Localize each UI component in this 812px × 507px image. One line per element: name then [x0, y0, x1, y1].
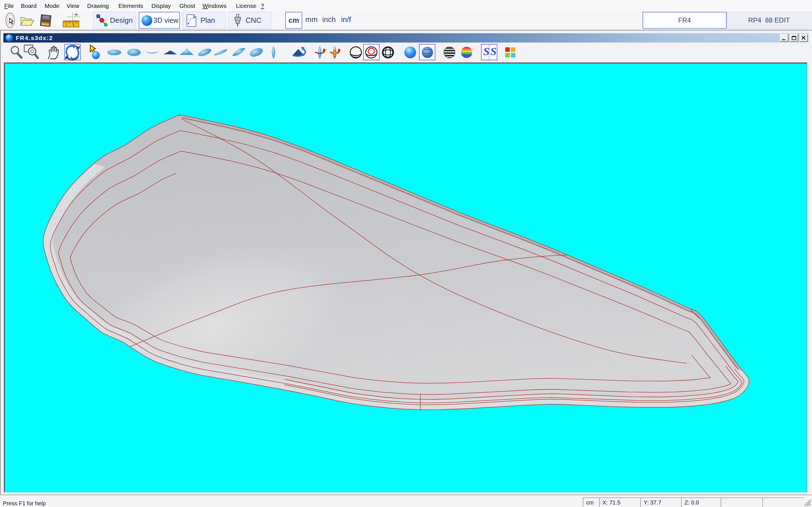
svg-text:0: 0 — [73, 23, 74, 27]
svg-text:S: S — [483, 45, 490, 58]
svg-text:1: 1 — [65, 23, 67, 27]
svg-text:S: S — [490, 45, 497, 58]
